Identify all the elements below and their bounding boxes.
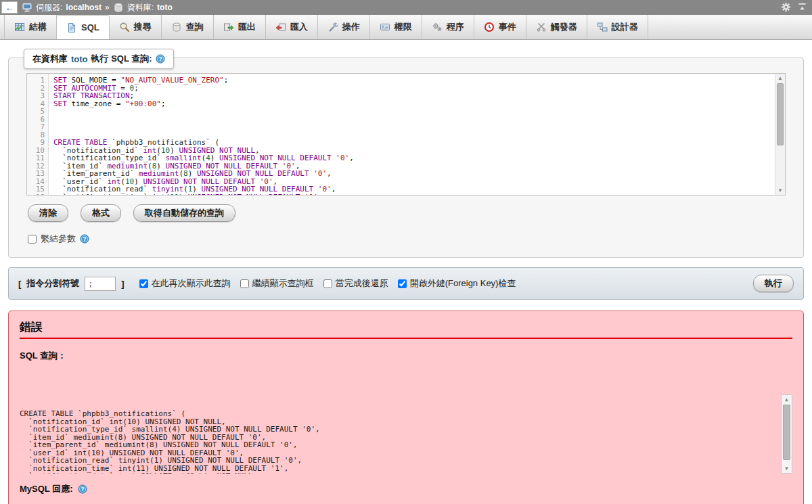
tab-label: 查詢: [186, 21, 204, 33]
option-label: 在此再次顯示此查詢: [152, 277, 231, 290]
server-label: 伺服器:: [36, 2, 62, 14]
format-button[interactable]: 格式: [81, 204, 121, 222]
tab-label: 匯出: [238, 21, 256, 33]
line-number: 1: [27, 76, 45, 85]
editor-line: SET AUTOCOMMIT = 0;: [53, 85, 785, 93]
collapse-nav-button[interactable]: ←: [1, 1, 18, 14]
option-retain-query-box-checkbox[interactable]: [240, 279, 249, 288]
triggers-icon: [536, 22, 547, 32]
tab-triggers[interactable]: 觸發器: [526, 15, 587, 39]
breadcrumb-bar: ← 伺服器: localhost » 資料庫: toto: [0, 0, 812, 15]
option-foreign-key-checks-checkbox[interactable]: [398, 279, 407, 288]
option-rollback-when-finished-checkbox[interactable]: [323, 279, 332, 288]
option-label: 開啟外鍵(Foreign Key)檢查: [410, 277, 516, 290]
tab-label: SQL: [81, 22, 99, 32]
bind-parameters-checkbox[interactable]: [28, 235, 37, 244]
delimiter-bracket-close: ]: [121, 279, 124, 289]
line-number: 13: [27, 170, 45, 178]
scrollbar-thumb[interactable]: [777, 83, 784, 145]
option-show-query-again-checkbox[interactable]: [139, 279, 148, 288]
database-label: 資料庫:: [127, 2, 154, 14]
execute-button[interactable]: 執行: [753, 275, 794, 292]
settings-gear-icon[interactable]: [781, 2, 792, 13]
tab-import[interactable]: 匯入: [266, 15, 318, 39]
option-show-query-again[interactable]: 在此再次顯示此查詢: [139, 277, 231, 290]
option-foreign-key-checks[interactable]: 開啟外鍵(Foreign Key)檢查: [398, 277, 516, 290]
error-sql-line: `notification_data` text COLLATE utf8_bi…: [20, 472, 775, 474]
back-arrow-icon: ←: [5, 3, 14, 13]
tab-designer[interactable]: 設計器: [587, 15, 648, 39]
tab-label: 權限: [394, 21, 412, 33]
delimiter-bracket-open: [: [18, 279, 21, 289]
sql-query-label: SQL 查詢：: [20, 350, 792, 362]
error-scrollbar[interactable]: ▲ ▼: [781, 394, 792, 474]
clear-button[interactable]: 清除: [28, 204, 68, 222]
sql-query-fieldset: 在資料庫 toto 執行 SQL 查詢: ? 12345678910111213…: [8, 58, 804, 258]
collapse-top-icon[interactable]: [797, 2, 808, 13]
server-icon: [22, 2, 32, 13]
option-rollback-when-finished[interactable]: 當完成後還原: [323, 277, 388, 290]
scrollbar-down-arrow[interactable]: ▼: [775, 186, 785, 195]
help-icon[interactable]: ?: [156, 54, 165, 64]
tab-export[interactable]: 匯出: [214, 15, 266, 39]
error-divider: [20, 338, 792, 339]
line-number: 15: [27, 185, 45, 193]
tab-label: 搜尋: [134, 21, 152, 33]
tab-query[interactable]: 查詢: [162, 15, 214, 39]
database-link[interactable]: toto: [157, 3, 173, 12]
query-icon: [171, 22, 182, 32]
tab-operations[interactable]: 操作: [318, 15, 370, 39]
routines-icon: [432, 22, 443, 32]
privileges-icon: [380, 22, 390, 32]
scrollbar-up-arrow[interactable]: ▲: [775, 74, 785, 83]
scrollbar-down-arrow[interactable]: ▼: [782, 464, 792, 473]
tab-structure[interactable]: 結構: [4, 15, 57, 39]
tab-bar: 結構SQL搜尋查詢匯出匯入操作權限程序事件觸發器設計器: [0, 15, 812, 40]
editor-scrollbar[interactable]: ▲ ▼: [775, 74, 785, 195]
editor-line: [53, 108, 785, 116]
export-icon: [223, 22, 234, 32]
editor-line: [53, 123, 785, 131]
search-icon: [119, 22, 130, 32]
designer-icon: [597, 22, 608, 32]
tab-label: 匯入: [290, 21, 308, 33]
line-number: 5: [27, 108, 45, 116]
editor-line: SET SQL_MODE = "NO_AUTO_VALUE_ON_ZERO";: [53, 76, 785, 85]
events-icon: [484, 22, 495, 32]
line-number: 9: [27, 139, 45, 147]
query-legend: 在資料庫 toto 執行 SQL 查詢: ?: [24, 49, 174, 69]
editor-line: [53, 116, 785, 124]
line-number: 16: [27, 193, 45, 196]
server-link[interactable]: localhost: [66, 3, 102, 12]
error-sql-line: CREATE TABLE `phpbb3_notifications` (: [20, 410, 775, 418]
tab-sql[interactable]: SQL: [57, 15, 110, 39]
delimiter-input[interactable]: [85, 277, 116, 291]
editor-line: SET time_zone = "+00:00";: [53, 100, 785, 108]
help-icon[interactable]: ?: [80, 234, 89, 244]
help-icon[interactable]: ?: [78, 484, 87, 494]
option-retain-query-box[interactable]: 繼續顯示查詢框: [240, 277, 314, 290]
database-icon: [113, 2, 124, 13]
scrollbar-up-arrow[interactable]: ▲: [782, 395, 792, 404]
editor-line-numbers: 12345678910111213141516: [27, 74, 49, 195]
tab-search[interactable]: 搜尋: [110, 15, 162, 39]
delimiter-label: 指令分割符號: [26, 277, 79, 290]
legend-db-link[interactable]: toto: [71, 54, 88, 64]
get-auto-saved-query-button[interactable]: 取得自動儲存的查詢: [133, 204, 235, 222]
structure-icon: [14, 22, 25, 32]
scrollbar-thumb[interactable]: [783, 405, 790, 460]
sql-icon: [66, 22, 77, 33]
tab-events[interactable]: 事件: [474, 15, 526, 39]
tab-label: 操作: [342, 21, 360, 33]
tab-label: 事件: [499, 21, 516, 33]
tab-privileges[interactable]: 權限: [370, 15, 422, 39]
legend-prefix: 在資料庫: [32, 53, 68, 65]
svg-text:?: ?: [83, 235, 86, 242]
line-number: 7: [27, 123, 45, 131]
line-number: 3: [27, 92, 45, 100]
tab-routines[interactable]: 程序: [422, 15, 474, 39]
error-sql-line: `item_parent_id` mediumint(8) UNSIGNED N…: [20, 441, 775, 449]
legend-suffix: 執行 SQL 查詢:: [91, 53, 152, 65]
svg-text:?: ?: [158, 55, 162, 62]
sql-editor[interactable]: 12345678910111213141516 SET SQL_MODE = "…: [26, 73, 786, 196]
